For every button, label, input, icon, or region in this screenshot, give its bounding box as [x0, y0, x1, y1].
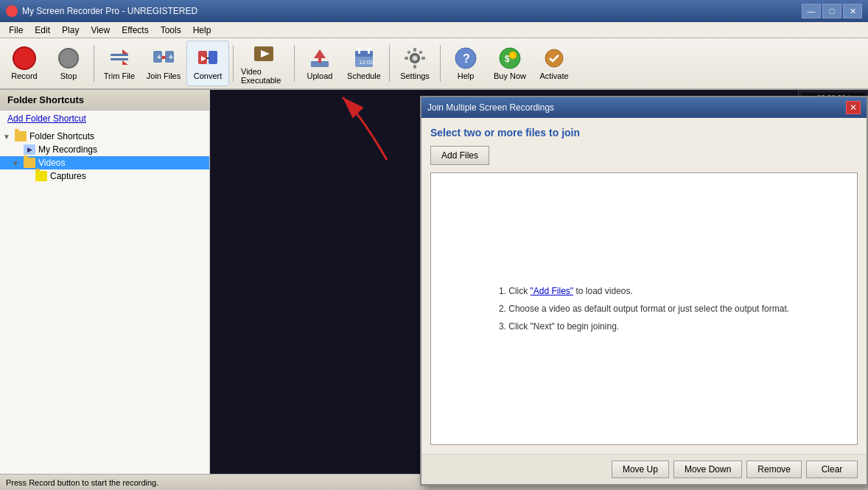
svg-rect-1 [111, 58, 128, 60]
svg-rect-19 [358, 48, 360, 54]
modal-close-button[interactable]: ✕ [846, 101, 861, 114]
add-folder-shortcut-link[interactable]: Add Folder Shortcut [0, 111, 209, 127]
tree-item-my-recordings[interactable]: ▶ My Recordings [0, 143, 209, 156]
stop-button[interactable]: Stop [47, 41, 90, 86]
settings-label: Settings [400, 71, 430, 80]
title-bar-left: My Screen Recorder Pro - UNREGISTERED [6, 5, 197, 17]
toolbar-separator-4 [389, 45, 390, 82]
folder-icon [24, 158, 35, 168]
svg-rect-29 [419, 50, 423, 55]
trim-icon [108, 46, 131, 70]
sidebar: Folder Shortcuts Add Folder Shortcut ▼ F… [0, 90, 210, 474]
remove-button[interactable]: Remove [746, 461, 802, 478]
activate-button[interactable]: Activate [533, 41, 575, 86]
tree-toggle: ▼ [12, 159, 24, 167]
svg-rect-20 [368, 48, 370, 54]
buy-now-button[interactable]: $ Buy Now [489, 41, 531, 86]
instruction-3: 3. Click "Next" to begin joining. [499, 318, 789, 335]
app-icon [6, 5, 18, 17]
modal-body: Select two or more files to join Add Fil… [421, 118, 867, 454]
status-message: Press Record button to start the recordi… [6, 478, 158, 487]
convert-icon: ▶ [196, 46, 220, 70]
schedule-label: Schedule [347, 71, 381, 80]
minimize-button[interactable]: — [802, 4, 821, 18]
join-modal: Join Multiple Screen Recordings ✕ Select… [420, 96, 868, 486]
add-files-button[interactable]: Add Files [430, 146, 489, 165]
join-files-button[interactable]: + + Join Files [142, 41, 185, 86]
folder-icon [35, 171, 47, 181]
instruction-2: 2. Choose a video as default output form… [499, 300, 789, 318]
svg-rect-8 [161, 56, 166, 59]
modal-overlay: Join Multiple Screen Recordings ✕ Select… [210, 90, 868, 474]
svg-marker-3 [122, 60, 128, 65]
record-label: Record [11, 71, 37, 80]
schedule-icon: 12:00 [352, 46, 376, 70]
trim-label: Trim File [104, 71, 135, 80]
tree-toggle [24, 172, 35, 181]
svg-point-23 [413, 56, 417, 60]
record-button[interactable]: Record [3, 41, 46, 86]
menu-view[interactable]: View [85, 24, 116, 37]
move-down-button[interactable]: Move Down [673, 461, 742, 478]
toolbar-separator-3 [294, 45, 295, 82]
instruction-1: 1. Click "Add Files" to load videos. [499, 282, 789, 300]
tree-item-folder-shortcuts-root[interactable]: ▼ Folder Shortcuts [0, 130, 209, 143]
svg-point-32 [500, 48, 520, 69]
svg-point-35 [545, 49, 563, 67]
svg-text:+: + [169, 53, 173, 61]
menu-edit[interactable]: Edit [29, 24, 56, 37]
toolbar-separator-1 [94, 45, 94, 82]
menu-bar: File Edit Play View Effects Tools Help [0, 22, 868, 38]
main-layout: Folder Shortcuts Add Folder Shortcut ▼ F… [0, 90, 868, 474]
tree-toggle [12, 146, 24, 154]
help-icon: ? [454, 46, 477, 70]
move-up-button[interactable]: Move Up [612, 461, 669, 478]
toolbar: Record Stop Trim File + + [0, 38, 868, 90]
tree-item-captures[interactable]: Captures [0, 169, 209, 183]
svg-text:?: ? [463, 52, 470, 65]
trim-file-button[interactable]: Trim File [98, 41, 141, 86]
svg-rect-24 [413, 48, 416, 52]
stop-icon [57, 46, 80, 70]
menu-effects[interactable]: Effects [116, 24, 154, 37]
clear-button[interactable]: Clear [806, 461, 858, 478]
menu-file[interactable]: File [3, 24, 29, 37]
video-exe-icon [252, 42, 276, 66]
svg-point-34 [509, 52, 517, 59]
help-label: Help [458, 71, 475, 80]
settings-button[interactable]: Settings [393, 41, 436, 86]
svg-rect-16 [318, 57, 321, 63]
tree-label: Captures [50, 171, 86, 181]
svg-rect-18 [355, 51, 373, 57]
menu-help[interactable]: Help [187, 24, 217, 37]
upload-icon [308, 46, 332, 70]
schedule-button[interactable]: 12:00 Schedule [343, 41, 385, 86]
title-bar: My Screen Recorder Pro - UNREGISTERED — … [0, 0, 868, 22]
folder-tree: ▼ Folder Shortcuts ▶ My Recordings ▼ Vid… [0, 127, 209, 474]
video-executable-button[interactable]: Video Executable [237, 41, 290, 86]
modal-footer: Move Up Move Down Remove Clear [421, 454, 867, 484]
add-files-link[interactable]: "Add Files" [531, 286, 574, 296]
buy-now-label: Buy Now [494, 71, 526, 80]
activate-label: Activate [539, 71, 568, 80]
menu-tools[interactable]: Tools [155, 24, 187, 37]
buy-now-icon: $ [498, 46, 522, 70]
modal-title: Join Multiple Screen Recordings [427, 102, 554, 113]
close-button[interactable]: ✕ [843, 4, 862, 18]
app-title: My Screen Recorder Pro - UNREGISTERED [22, 6, 197, 16]
svg-text:12:00: 12:00 [359, 59, 374, 66]
upload-button[interactable]: Upload [298, 41, 341, 86]
modal-titlebar: Join Multiple Screen Recordings ✕ [421, 97, 867, 118]
maximize-button[interactable]: □ [822, 4, 841, 18]
help-button[interactable]: ? Help [444, 41, 487, 86]
tree-item-videos[interactable]: ▼ Videos [0, 156, 209, 169]
modal-subtitle: Select two or more files to join [430, 127, 858, 139]
tree-label: My Recordings [38, 144, 97, 155]
convert-button[interactable]: ▶ Convert [186, 41, 229, 86]
svg-rect-10 [209, 51, 217, 64]
svg-marker-2 [122, 49, 128, 54]
toolbar-separator-2 [233, 45, 234, 82]
folder-icon [15, 131, 27, 141]
toolbar-separator-5 [440, 45, 441, 82]
menu-play[interactable]: Play [56, 24, 85, 37]
